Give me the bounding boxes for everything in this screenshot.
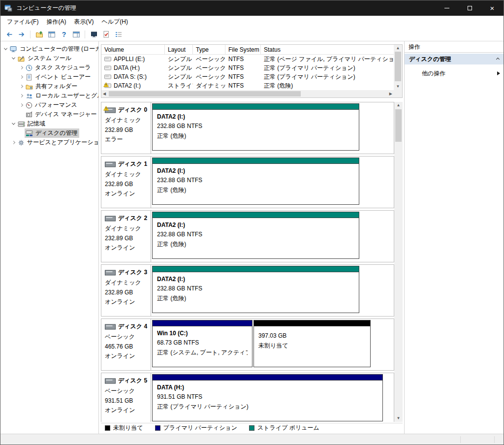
disk-management-icon — [26, 130, 33, 137]
tree-item-task-scheduler[interactable]: タスク スケジューラ — [0, 63, 98, 72]
disk-row: ディスク 4 ベーシック 465.76 GB オンライン Win 10 (C:) — [101, 318, 394, 371]
striped-volume-band — [153, 158, 359, 164]
show-action-pane-button[interactable] — [70, 29, 82, 40]
tree-item-computer-management[interactable]: コンピューターの管理 (ローカル) — [0, 44, 98, 54]
tree-item-local-users-groups[interactable]: ローカル ユーザーとグループ — [0, 91, 98, 100]
tree-item-label: サービスとアプリケーション — [27, 138, 99, 147]
volume-row[interactable]: APPLLI (E:) シンプル ベーシック NTFS 正常 (ページ ファイル… — [101, 55, 394, 64]
scrollbar-thumb[interactable] — [395, 52, 401, 81]
tree-item-label: 記憶域 — [28, 120, 45, 128]
volume-list: Volume Layout Type File System Status AP… — [101, 44, 403, 98]
volume-row[interactable]: DATA S: (S:) シンプル ベーシック NTFS 正常 (プライマリ パ… — [101, 72, 394, 81]
scroll-down-icon[interactable]: ▼ — [395, 83, 402, 90]
partition-win10[interactable]: Win 10 (C:) 68.73 GB NTFS 正常 (システム, ブート,… — [152, 320, 252, 367]
disk-info[interactable]: ディスク 1 ダイナミック 232.89 GB オンライン — [101, 157, 151, 208]
refresh-button[interactable] — [88, 29, 100, 40]
disk-info[interactable]: ディスク 0 ダイナミック 232.89 GB エラー — [101, 102, 151, 154]
scroll-right-icon[interactable]: ▶ — [388, 91, 394, 97]
disk-kind: ダイナミック — [105, 116, 148, 125]
forward-button[interactable] — [15, 29, 28, 40]
partition-unallocated[interactable]: 397.03 GB 未割り当て — [253, 320, 371, 367]
export-list-button[interactable] — [33, 29, 45, 40]
column-header-type[interactable]: Type — [193, 45, 225, 54]
volume-list-vertical-scrollbar[interactable]: ▲ ▼ — [394, 45, 402, 90]
tree-item-storage[interactable]: 記憶域 — [0, 119, 98, 128]
tree-item-performance[interactable]: パフォーマンス — [0, 100, 98, 110]
window-title: コンピューターの管理 — [16, 4, 76, 12]
volume-layout: ストライプ — [165, 82, 193, 90]
menu-view[interactable]: 表示(V) — [70, 16, 97, 28]
tree-item-label: デバイス マネージャー — [35, 110, 97, 119]
partition-size: 232.88 GB NTFS — [157, 231, 354, 238]
expand-chevron[interactable] — [10, 139, 17, 146]
column-header-volume[interactable]: Volume — [101, 45, 165, 54]
volume-name: DATA S: (S:) — [114, 73, 147, 80]
menu-help[interactable]: ヘルプ(H) — [97, 16, 132, 28]
scroll-down-icon[interactable]: ▼ — [395, 415, 402, 422]
column-header-status[interactable]: Status — [261, 45, 394, 54]
disk-row: ディスク 2 ダイナミック 232.89 GB オンライン DATA2 (I:) — [101, 210, 394, 262]
more-actions-item[interactable]: 他の操作 — [405, 68, 504, 79]
partition-data2[interactable]: DATA2 (I:) 232.88 GB NTFS 正常 (危険) — [152, 212, 359, 259]
disk-info[interactable]: ディスク 2 ダイナミック 232.89 GB オンライン — [101, 211, 151, 262]
menu-action[interactable]: 操作(A) — [42, 16, 70, 28]
partition-data2[interactable]: DATA2 (I:) 232.88 GB NTFS 正常 (危険) — [152, 266, 359, 313]
volume-row[interactable]: DATA2 (I:) ストライプ ダイナミック NTFS 正常 (危険) — [101, 81, 394, 90]
actions-pane: 操作 ディスクの管理 他の操作 — [404, 41, 504, 434]
menu-file[interactable]: ファイル(F) — [3, 16, 42, 28]
disk-info[interactable]: ディスク 3 ダイナミック 232.89 GB オンライン — [101, 265, 151, 316]
disk-kind: ベーシック — [105, 387, 148, 395]
tree-item-device-manager[interactable]: デバイス マネージャー — [0, 110, 98, 119]
graphical-view-vertical-scrollbar[interactable]: ▲ ▼ — [394, 102, 403, 422]
partition-data2[interactable]: DATA2 (I:) 232.88 GB NTFS 正常 (危険) — [152, 103, 359, 151]
expand-chevron[interactable] — [10, 55, 17, 62]
tree-item-shared-folders[interactable]: 共有フォルダー — [0, 82, 98, 91]
disk-name: ディスク 0 — [118, 106, 147, 114]
expand-chevron[interactable] — [18, 83, 25, 90]
tree-item-services-applications[interactable]: サービスとアプリケーション — [0, 138, 98, 147]
partition-size: 232.88 GB NTFS — [157, 285, 354, 292]
column-header-file-system[interactable]: File System — [225, 45, 261, 54]
disk-info[interactable]: ディスク 5 ベーシック 931.51 GB オンライン — [101, 373, 151, 422]
close-button[interactable]: × — [481, 0, 504, 16]
expand-chevron — [18, 130, 25, 136]
partition-data2[interactable]: DATA2 (I:) 232.88 GB NTFS 正常 (危険) — [152, 158, 359, 205]
expand-chevron[interactable] — [18, 102, 25, 108]
column-header-layout[interactable]: Layout — [165, 45, 193, 54]
disk-kind: ダイナミック — [105, 279, 148, 287]
expand-chevron[interactable] — [10, 121, 17, 127]
partition-status: 正常 (プライマリ パーティション) — [157, 403, 378, 411]
svg-text:?: ? — [62, 31, 66, 38]
tree-item-event-viewer[interactable]: イベント ビューアー — [0, 72, 98, 82]
volume-row[interactable]: DATA (H:) シンプル ベーシック NTFS 正常 (プライマリ パーティ… — [101, 64, 394, 72]
collapse-chevron-icon[interactable] — [496, 58, 500, 61]
scrollbar-thumb[interactable] — [395, 109, 402, 142]
disk-info[interactable]: ディスク 4 ベーシック 465.76 GB オンライン — [101, 319, 151, 370]
tree-item-label: コンピューターの管理 (ローカル) — [20, 45, 99, 53]
rescan-disks-button[interactable] — [100, 29, 112, 40]
maximize-button[interactable] — [458, 0, 481, 16]
expand-chevron[interactable] — [18, 64, 25, 71]
volume-list-horizontal-scrollbar[interactable]: ◀ ▶ — [101, 90, 394, 97]
back-button[interactable] — [3, 29, 15, 40]
back-icon — [5, 31, 13, 38]
show-console-tree-button[interactable] — [45, 29, 58, 40]
expand-chevron[interactable] — [18, 93, 25, 99]
properties-button[interactable] — [112, 29, 125, 40]
tree-item-disk-management[interactable]: ディスクの管理 — [0, 128, 98, 138]
help-button[interactable]: ? — [58, 29, 70, 40]
actions-section-disk-management[interactable]: ディスクの管理 — [405, 54, 504, 64]
expand-chevron[interactable] — [2, 46, 9, 52]
tree-item-system-tools[interactable]: システム ツール — [0, 54, 98, 63]
scroll-up-icon[interactable]: ▲ — [395, 45, 402, 52]
minimize-button[interactable] — [436, 0, 458, 16]
expand-chevron[interactable] — [18, 74, 25, 80]
scroll-up-icon[interactable]: ▲ — [395, 102, 402, 109]
partition-data-h[interactable]: DATA (H:) 931.51 GB NTFS 正常 (プライマリ パーティシ… — [152, 374, 383, 421]
partition-size: 232.88 GB NTFS — [157, 177, 354, 184]
scrollbar-thumb[interactable] — [109, 91, 301, 96]
volume-type: ベーシック — [193, 55, 225, 64]
disk-state: オンライン — [105, 298, 148, 306]
list-icon — [115, 31, 123, 38]
scroll-left-icon[interactable]: ◀ — [101, 91, 107, 97]
